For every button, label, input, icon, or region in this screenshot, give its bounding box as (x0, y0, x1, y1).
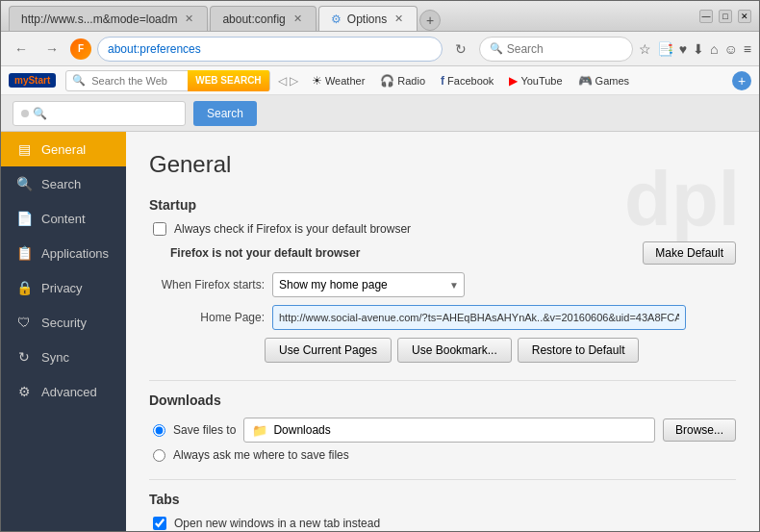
sidebar-item-general[interactable]: ▤ General (1, 132, 126, 166)
home-page-row: Home Page: (149, 305, 736, 330)
sidebar-label-content: Content (41, 212, 86, 226)
content-area: dpl General Startup Always check if Fire… (126, 132, 759, 531)
web-search-button[interactable]: WEB SEARCH (188, 70, 268, 91)
sync-icon: ↻ (16, 349, 32, 365)
save-to-radio[interactable] (153, 424, 165, 437)
sidebar-label-general: General (41, 142, 86, 157)
forward-button[interactable]: → (39, 37, 64, 62)
tab-1[interactable]: http://www.s...m&mode=loadm ✕ (9, 6, 208, 31)
downloads-title: Downloads (149, 393, 736, 408)
tab-2-close[interactable]: ✕ (291, 12, 304, 26)
menu-icon[interactable]: ≡ (744, 41, 751, 57)
search-sidebar-icon: 🔍 (16, 176, 32, 191)
divider-2 (149, 479, 736, 480)
when-starts-select[interactable]: Show my home page (272, 272, 465, 297)
browser-window: http://www.s...m&mode=loadm ✕ about:conf… (0, 0, 760, 532)
title-bar: http://www.s...m&mode=loadm ✕ about:conf… (1, 1, 759, 32)
search-input[interactable] (507, 42, 594, 56)
when-starts-select-wrap: Show my home page ▼ (272, 272, 465, 297)
search-web-input[interactable] (91, 75, 188, 87)
use-current-pages-button[interactable]: Use Current Pages (265, 338, 392, 363)
default-browser-row: Always check if Firefox is your default … (149, 222, 736, 236)
weather-label: Weather (325, 75, 365, 87)
tab-1-close[interactable]: ✕ (183, 12, 195, 26)
address-text: about:preferences (108, 42, 201, 56)
facebook-bookmark[interactable]: f Facebook (435, 71, 499, 90)
weather-icon: ☀ (312, 74, 322, 88)
save-to-label: Save files to (173, 423, 236, 437)
open-new-windows-label: Open new windows in a new tab instead (174, 517, 380, 530)
sidebar-label-sync: Sync (41, 350, 69, 365)
minimize-button[interactable]: — (699, 10, 713, 23)
applications-icon: 📋 (16, 245, 32, 261)
search-button[interactable]: Search (193, 101, 257, 126)
open-new-windows-row: Open new windows in a new tab instead (149, 517, 736, 530)
use-bookmark-button[interactable]: Use Bookmark... (397, 338, 512, 363)
sidebar-item-search[interactable]: 🔍 Search (1, 166, 126, 201)
facebook-label: Facebook (447, 75, 494, 87)
privacy-icon: 🔒 (16, 280, 32, 295)
general-icon: ▤ (16, 141, 32, 157)
games-bookmark[interactable]: 🎮 Games (572, 71, 635, 90)
reload-button[interactable]: ↻ (448, 37, 473, 62)
tab-3-close[interactable]: ✕ (393, 12, 405, 26)
home-page-input[interactable] (272, 305, 686, 330)
advanced-icon: ⚙ (16, 384, 32, 399)
sidebar-item-security[interactable]: 🛡 Security (1, 305, 126, 340)
default-browser-checkbox[interactable] (153, 222, 166, 236)
always-ask-radio[interactable] (153, 449, 165, 462)
tab-2-label: about:config (222, 13, 285, 26)
star-icon[interactable]: ☆ (639, 41, 651, 57)
radio-bookmark[interactable]: 🎧 Radio (374, 71, 431, 90)
home-icon[interactable]: ⌂ (710, 41, 718, 57)
sidebar-item-sync[interactable]: ↻ Sync (1, 340, 126, 374)
browse-button[interactable]: Browse... (663, 418, 736, 442)
search-web-icon: 🔍 (66, 74, 91, 87)
shield-icon[interactable]: ♥ (679, 41, 687, 57)
downloads-path: Downloads (273, 423, 330, 437)
sidebar-item-content[interactable]: 📄 Content (1, 201, 126, 236)
headphone-icon: 🎧 (380, 74, 394, 88)
restore-default-button[interactable]: Restore to Default (518, 338, 640, 363)
games-label: Games (595, 75, 629, 87)
close-button[interactable]: ✕ (738, 10, 751, 23)
sidebar-item-applications[interactable]: 📋 Applications (1, 236, 126, 270)
tab-1-label: http://www.s...m&mode=loadm (21, 13, 177, 26)
warning-row: Firefox is not your default browser Make… (149, 241, 736, 265)
add-bookmark-button[interactable]: + (732, 71, 751, 90)
search-icon: 🔍 (490, 42, 503, 55)
filter-input[interactable] (33, 107, 158, 120)
sidebar-label-search: Search (41, 177, 81, 191)
radio-label: Radio (397, 75, 425, 87)
mystart-start: Start (28, 75, 50, 86)
tab-3[interactable]: ⚙ Options ✕ (318, 6, 418, 31)
emoji-icon[interactable]: ☺ (724, 41, 738, 57)
new-tab-button[interactable]: + (419, 10, 441, 31)
download-icon[interactable]: ⬇ (693, 41, 704, 57)
make-default-button[interactable]: Make Default (643, 241, 736, 265)
folder-icon: 📁 (252, 423, 267, 438)
window-controls: — □ ✕ (699, 10, 751, 23)
bookmark-icon[interactable]: 📑 (657, 41, 673, 57)
sidebar-label-applications: Applications (41, 246, 109, 261)
filter-input-wrap (13, 101, 186, 126)
weather-bookmark[interactable]: ☀ Weather (306, 71, 370, 90)
homepage-buttons: Use Current Pages Use Bookmark... Restor… (149, 338, 736, 363)
open-new-windows-checkbox[interactable] (153, 517, 166, 530)
search-bar[interactable]: 🔍 (479, 37, 633, 62)
main-content: ▤ General 🔍 Search 📄 Content 📋 Applicati… (1, 132, 759, 531)
youtube-icon: ▶ (509, 74, 518, 88)
maximize-button[interactable]: □ (719, 10, 732, 23)
facebook-icon: f (441, 74, 444, 88)
address-bar[interactable]: about:preferences (97, 37, 443, 62)
divider-1 (149, 380, 736, 381)
sidebar-item-privacy[interactable]: 🔒 Privacy (1, 270, 126, 305)
tab-2[interactable]: about:config ✕ (210, 6, 316, 31)
back-button[interactable]: ← (9, 37, 34, 62)
default-browser-label: Always check if Firefox is your default … (174, 222, 411, 236)
youtube-label: YouTube (520, 75, 562, 87)
search-web-bar: 🔍 WEB SEARCH (65, 70, 269, 91)
sidebar-item-advanced[interactable]: ⚙ Advanced (1, 374, 126, 409)
youtube-bookmark[interactable]: ▶ YouTube (503, 71, 568, 90)
startup-section: Startup Always check if Firefox is your … (149, 197, 736, 363)
